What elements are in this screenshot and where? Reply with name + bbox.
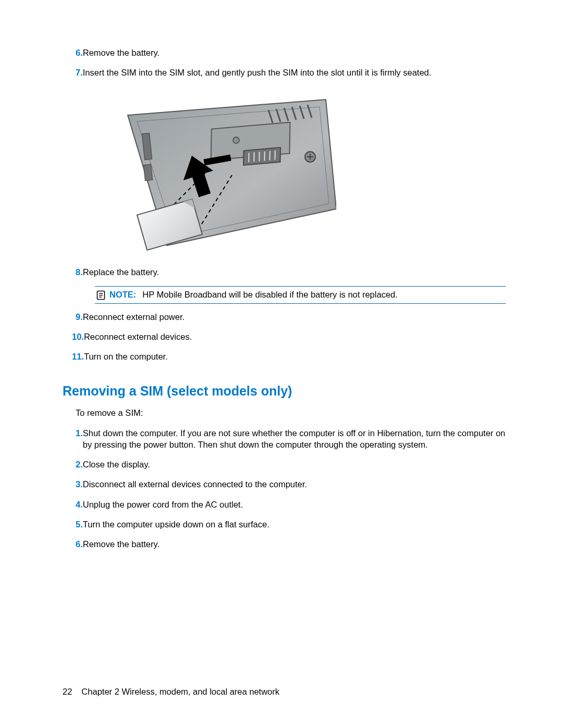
list-number: 1. (63, 427, 83, 439)
list-item: 11. Turn on the computer. (63, 351, 506, 362)
section-intro: To remove a SIM: (76, 408, 506, 418)
list-item: 6. Remove the battery. (63, 47, 506, 58)
page-footer: 22 Chapter 2 Wireless, modem, and local … (63, 687, 279, 697)
list-number: 11. (63, 351, 84, 362)
laptop-sim-illustration-icon (96, 94, 336, 251)
list-item: 1. Shut down the computer. If you are no… (63, 427, 506, 451)
note-icon (95, 290, 106, 300)
list-text: Turn on the computer. (84, 351, 506, 362)
list-item: 2. Close the display. (63, 459, 506, 470)
document-page: 6. Remove the battery. 7. Insert the SIM… (0, 0, 563, 728)
svg-rect-27 (143, 164, 152, 180)
list-text: Disconnect all external devices connecte… (83, 478, 506, 490)
list-text: Insert the SIM into the SIM slot, and ge… (83, 67, 506, 78)
svg-point-16 (233, 137, 239, 143)
list-text: Replace the battery. (83, 266, 506, 278)
list-text: Reconnect external devices. (84, 331, 506, 342)
list-number: 6. (63, 538, 83, 550)
section-heading: Removing a SIM (select models only) (63, 384, 506, 399)
list-number: 5. (63, 519, 83, 530)
list-item: 7. Insert the SIM into the SIM slot, and… (63, 67, 506, 78)
sim-insertion-illustration (96, 94, 506, 251)
list-item: 3. Disconnect all external devices conne… (63, 478, 506, 490)
list-number: 9. (63, 311, 83, 323)
list-number: 2. (63, 459, 83, 470)
list-text: Remove the battery. (83, 47, 506, 58)
list-number: 7. (63, 67, 83, 78)
list-item: 10. Reconnect external devices. (63, 331, 506, 342)
list-item: 4. Unplug the power cord from the AC out… (63, 499, 506, 510)
chapter-label: Chapter 2 Wireless, modem, and local are… (81, 687, 279, 697)
note-text: HP Mobile Broadband will be disabled if … (142, 290, 506, 300)
list-text: Reconnect external power. (83, 311, 506, 323)
list-number: 6. (63, 47, 83, 58)
list-item: 9. Reconnect external power. (63, 311, 506, 323)
list-item: 5. Turn the computer upside down on a fl… (63, 519, 506, 530)
list-number: 8. (63, 266, 83, 278)
list-number: 3. (63, 478, 83, 490)
list-text: Remove the battery. (83, 538, 506, 550)
list-number: 4. (63, 499, 83, 510)
list-item: 6. Remove the battery. (63, 538, 506, 550)
note-label: NOTE: (106, 290, 142, 300)
list-text: Close the display. (83, 459, 506, 470)
list-text: Turn the computer upside down on a flat … (83, 519, 506, 530)
list-item: 8. Replace the battery. (63, 266, 506, 278)
note-callout: NOTE: HP Mobile Broadband will be disabl… (95, 286, 506, 304)
list-text: Unplug the power cord from the AC outlet… (83, 499, 506, 510)
list-text: Shut down the computer. If you are not s… (83, 427, 506, 451)
page-number: 22 (63, 687, 72, 697)
list-number: 10. (63, 331, 84, 342)
